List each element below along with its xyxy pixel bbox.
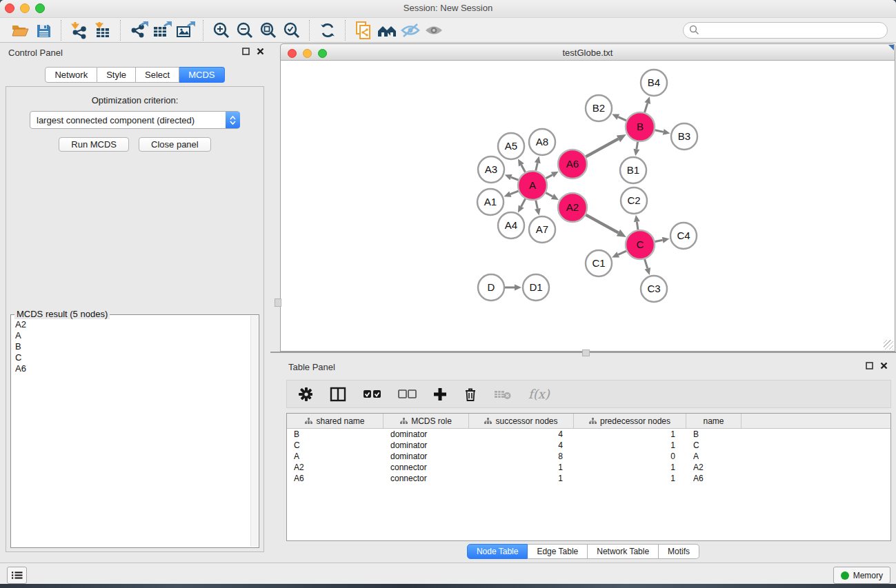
export-table-icon[interactable] [150, 20, 174, 41]
edge-A-A3[interactable] [511, 177, 519, 180]
node-C2[interactable]: C2 [621, 187, 647, 214]
close-panel-icon[interactable] [880, 362, 888, 369]
search-input[interactable] [699, 25, 882, 36]
import-table-icon[interactable] [91, 20, 115, 41]
vertical-splitter-handle[interactable] [275, 298, 281, 307]
table-tab-node-table[interactable]: Node Table [467, 544, 528, 559]
node-A7[interactable]: A7 [529, 216, 555, 243]
maximize-view-icon[interactable] [888, 45, 894, 50]
save-session-icon[interactable] [32, 20, 55, 41]
column-header-successor-nodes[interactable]: successor nodes [469, 414, 574, 428]
node-B2[interactable]: B2 [586, 95, 612, 121]
zoom-out-icon[interactable] [233, 20, 257, 41]
table-row[interactable]: Cdominator41C [287, 440, 890, 451]
edge-A-A5[interactable] [521, 165, 526, 172]
node-D[interactable]: D [478, 274, 504, 301]
column-header-shared-name[interactable]: shared name [287, 414, 384, 428]
add-column-icon[interactable] [433, 387, 447, 401]
new-network-from-selection-icon[interactable] [352, 20, 375, 41]
edge-A-A1[interactable] [510, 191, 519, 194]
node-A[interactable]: A [518, 171, 547, 200]
edge-C-C4[interactable] [655, 240, 663, 241]
edge-C-C1[interactable] [618, 251, 626, 254]
tab-select[interactable]: Select [136, 67, 179, 83]
first-neighbors-icon[interactable] [375, 20, 399, 41]
table-row[interactable]: Bdominator41B [287, 429, 890, 440]
mcds-result-item[interactable]: A2 [15, 319, 259, 330]
float-panel-icon[interactable] [242, 48, 250, 55]
node-A1[interactable]: A1 [477, 189, 504, 215]
export-image-icon[interactable] [174, 20, 197, 41]
edge-A-A4[interactable] [521, 199, 526, 206]
search-box[interactable] [683, 22, 888, 39]
settings-gear-icon[interactable] [298, 387, 313, 402]
node-B[interactable]: B [626, 112, 655, 141]
close-panel-icon[interactable] [257, 48, 264, 55]
select-all-icon[interactable] [363, 389, 381, 399]
mcds-result-item[interactable]: C [15, 352, 259, 363]
node-A5[interactable]: A5 [498, 133, 524, 159]
node-A2[interactable]: A2 [558, 193, 587, 222]
node-B4[interactable]: B4 [641, 70, 667, 96]
edge-A6-B[interactable] [586, 139, 618, 156]
open-file-icon[interactable] [8, 20, 32, 41]
refresh-icon[interactable] [316, 20, 339, 41]
network-canvas[interactable]: B4B2BB3B1A5A8A6A3AA1A2A4A7C2CC4C1C3DD1 [280, 61, 895, 352]
node-B3[interactable]: B3 [671, 123, 697, 150]
edge-A-A2[interactable] [546, 193, 552, 196]
edge-A-A7[interactable] [536, 200, 538, 208]
column-view-icon[interactable] [330, 387, 346, 402]
zoom-in-icon[interactable] [210, 20, 233, 41]
delete-table-icon[interactable] [494, 389, 512, 400]
import-network-icon[interactable] [68, 20, 91, 41]
node-A8[interactable]: A8 [529, 129, 555, 155]
delete-column-icon[interactable] [464, 387, 477, 402]
tab-mcds[interactable]: MCDS [179, 67, 224, 83]
show-panels-button[interactable] [7, 567, 27, 584]
edge-A-A6[interactable] [546, 175, 552, 179]
close-panel-button[interactable]: Close panel [139, 137, 211, 152]
node-C3[interactable]: C3 [641, 276, 667, 302]
node-A4[interactable]: A4 [498, 212, 524, 239]
zoom-fit-icon[interactable] [257, 20, 280, 41]
node-D1[interactable]: D1 [523, 274, 549, 301]
edge-B-B2[interactable] [618, 117, 626, 121]
tab-network[interactable]: Network [45, 67, 97, 83]
node-A6[interactable]: A6 [558, 150, 587, 179]
table-row[interactable]: Adominator80A [287, 451, 890, 462]
edge-C-C2[interactable] [637, 222, 638, 230]
show-all-icon[interactable] [422, 20, 446, 41]
mcds-result-item[interactable]: B [15, 341, 259, 352]
edge-A-A8[interactable] [536, 163, 538, 170]
node-C1[interactable]: C1 [586, 250, 612, 276]
edge-C-C3[interactable] [645, 259, 648, 268]
table-row[interactable]: A2connector11A2 [287, 462, 890, 473]
edge-B-B4[interactable] [645, 103, 648, 112]
node-C4[interactable]: C4 [670, 223, 697, 249]
result-scrollbar[interactable] [250, 316, 258, 547]
table-row[interactable]: A6connector11A6 [287, 473, 890, 484]
table-tab-network-table[interactable]: Network Table [588, 544, 659, 559]
float-panel-icon[interactable] [866, 362, 873, 369]
column-header-MCDS-role[interactable]: MCDS role [384, 414, 469, 428]
memory-button[interactable]: Memory [833, 567, 890, 584]
mcds-result-item[interactable]: A6 [15, 363, 259, 374]
deselect-all-icon[interactable] [398, 389, 417, 399]
function-builder-icon[interactable]: f(x) [528, 387, 550, 401]
run-mcds-button[interactable]: Run MCDS [59, 137, 129, 152]
resize-grip-icon[interactable] [884, 340, 893, 349]
node-A3[interactable]: A3 [478, 156, 504, 183]
table-tab-motifs[interactable]: Motifs [659, 544, 699, 559]
network-window-titlebar[interactable]: testGlobe.txt [280, 43, 895, 61]
column-header-predecessor-nodes[interactable]: predecessor nodes [574, 414, 686, 428]
zoom-selected-icon[interactable] [280, 20, 303, 41]
horizontal-splitter[interactable] [270, 352, 896, 353]
edge-B-B1[interactable] [637, 142, 638, 150]
column-header-name[interactable]: name [686, 414, 741, 428]
node-B1[interactable]: B1 [620, 157, 646, 183]
criterion-select[interactable]: largest connected component (directed) [30, 111, 240, 129]
edge-A2-C[interactable] [586, 215, 618, 233]
hide-selected-icon[interactable] [399, 20, 422, 41]
node-C[interactable]: C [626, 230, 655, 259]
tab-style[interactable]: Style [97, 67, 136, 83]
